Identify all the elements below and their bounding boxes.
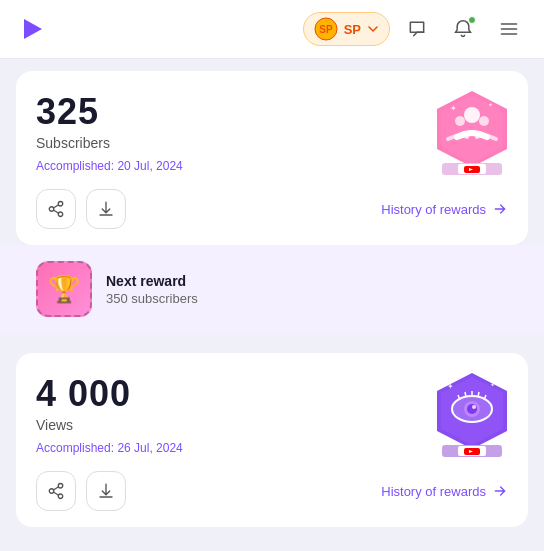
menu-button[interactable] bbox=[490, 10, 528, 48]
coin-icon: SP bbox=[314, 17, 338, 41]
subscribers-badge-svg: ✦ ✦ bbox=[432, 87, 512, 177]
views-history-link[interactable]: History of rewards bbox=[381, 483, 508, 499]
next-reward-subtitle: 350 subscribers bbox=[106, 291, 198, 306]
svg-line-30 bbox=[465, 392, 466, 397]
section-gap bbox=[16, 333, 528, 341]
subscribers-history-link[interactable]: History of rewards bbox=[381, 201, 508, 217]
next-reward-title: Next reward bbox=[106, 273, 198, 289]
views-card: 4 000 Views Accomplished: 26 Jul, 2024 bbox=[16, 353, 528, 527]
chat-button[interactable] bbox=[398, 10, 436, 48]
svg-line-21 bbox=[53, 210, 58, 213]
next-reward-icon-box: 🏆 bbox=[36, 261, 92, 317]
svg-line-32 bbox=[478, 392, 479, 397]
svg-text:✦: ✦ bbox=[450, 104, 457, 113]
next-reward-text: Next reward 350 subscribers bbox=[106, 273, 198, 306]
download-icon bbox=[97, 482, 115, 500]
chevron-down-icon bbox=[367, 23, 379, 35]
download-icon bbox=[97, 200, 115, 218]
user-badge-button[interactable]: SP SP bbox=[303, 12, 390, 46]
user-badge-label: SP bbox=[344, 22, 361, 37]
share-icon bbox=[47, 482, 65, 500]
svg-point-41 bbox=[49, 489, 54, 494]
views-action-buttons bbox=[36, 471, 126, 511]
hamburger-icon bbox=[499, 19, 519, 39]
arrow-right-icon bbox=[492, 201, 508, 217]
svg-line-20 bbox=[53, 205, 58, 208]
app-header: SP SP bbox=[0, 0, 544, 59]
svg-point-40 bbox=[58, 484, 63, 489]
svg-marker-0 bbox=[24, 19, 42, 39]
subscribers-action-buttons bbox=[36, 189, 126, 229]
views-badge-svg: ✦ ✦ bbox=[432, 369, 512, 459]
svg-point-17 bbox=[58, 202, 63, 207]
notification-dot bbox=[468, 16, 476, 24]
logo-area bbox=[16, 13, 48, 45]
svg-line-44 bbox=[53, 492, 58, 495]
subscribers-card: 325 Subscribers Accomplished: 20 Jul, 20… bbox=[16, 71, 528, 245]
arrow-right-icon bbox=[492, 483, 508, 499]
views-download-button[interactable] bbox=[86, 471, 126, 511]
next-reward-section: 🏆 Next reward 350 subscribers bbox=[0, 245, 544, 333]
svg-point-18 bbox=[49, 207, 54, 212]
svg-point-42 bbox=[58, 494, 63, 499]
header-controls: SP SP bbox=[303, 10, 528, 48]
svg-point-9 bbox=[455, 116, 465, 126]
svg-text:✦: ✦ bbox=[447, 382, 454, 391]
svg-point-10 bbox=[479, 116, 489, 126]
svg-point-27 bbox=[467, 404, 477, 414]
svg-point-8 bbox=[464, 107, 480, 123]
svg-text:SP: SP bbox=[319, 24, 333, 35]
subscribers-badge: ✦ ✦ bbox=[432, 87, 512, 177]
share-icon bbox=[47, 200, 65, 218]
subscribers-download-button[interactable] bbox=[86, 189, 126, 229]
chat-icon bbox=[407, 19, 427, 39]
subscribers-share-button[interactable] bbox=[36, 189, 76, 229]
views-card-actions: History of rewards bbox=[36, 471, 508, 511]
svg-point-19 bbox=[58, 212, 63, 217]
main-content: 325 Subscribers Accomplished: 20 Jul, 20… bbox=[0, 59, 544, 539]
svg-point-28 bbox=[472, 405, 476, 409]
views-badge: ✦ ✦ bbox=[432, 369, 512, 459]
subscribers-card-actions: History of rewards bbox=[36, 189, 508, 229]
trophy-icon: 🏆 bbox=[48, 274, 80, 305]
svg-text:✦: ✦ bbox=[488, 102, 493, 108]
views-share-button[interactable] bbox=[36, 471, 76, 511]
svg-line-43 bbox=[53, 487, 58, 490]
notification-button[interactable] bbox=[444, 10, 482, 48]
app-logo bbox=[16, 13, 48, 45]
svg-text:✦: ✦ bbox=[490, 382, 495, 388]
